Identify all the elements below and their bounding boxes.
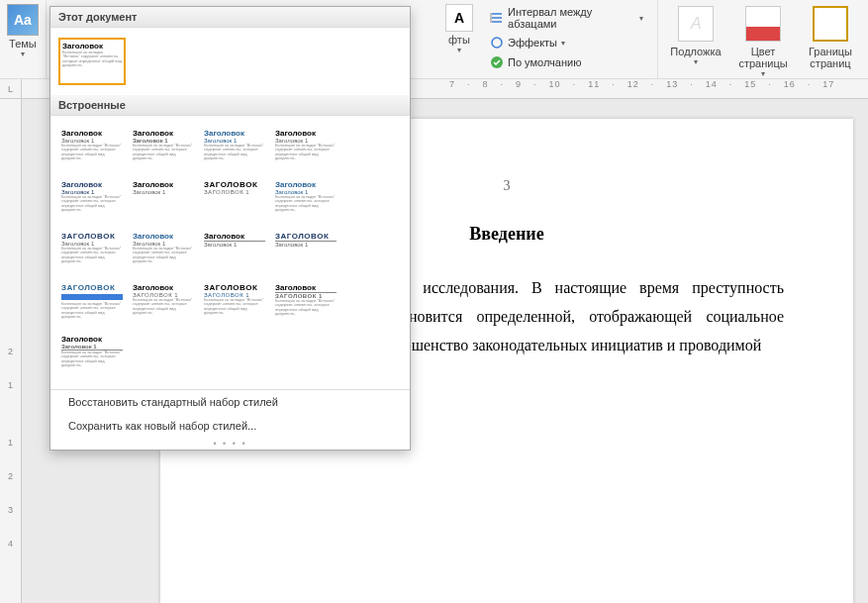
fonts-icon: A [445, 4, 473, 32]
set-default-button[interactable]: По умолчанию [486, 53, 647, 71]
save-as-new-style-set[interactable]: Сохранить как новый набор стилей... [50, 414, 410, 438]
chevron-down-icon: ▾ [21, 50, 25, 58]
page-background-group: Подложка ▾ Цвет страницы ▾ Границы стран… [657, 0, 868, 78]
themes-label: Темы [9, 38, 37, 50]
chevron-down-icon: ▾ [761, 69, 765, 78]
ruler-corner: L [0, 79, 22, 99]
style-thumb[interactable]: ЗаголовокЗаголовок 1Коллекция на вкладке… [130, 126, 197, 173]
fonts-label-suffix: фты [448, 34, 470, 46]
paragraph-spacing-button[interactable]: Интервал между абзацами ▾ [486, 4, 647, 32]
style-thumb[interactable]: ЗАГОЛОВОКЗаголовок 1 [272, 229, 339, 276]
resize-grip[interactable]: • • • • [50, 438, 410, 450]
spacing-icon [490, 11, 504, 25]
watermark-icon [678, 6, 714, 42]
builtin-style-grid: ЗаголовокЗаголовок 1Коллекция на вкладке… [54, 122, 406, 383]
chevron-down-icon: ▾ [694, 57, 698, 66]
style-thumb[interactable]: ЗаголовокЗаголовок 1 [130, 177, 197, 225]
style-thumb[interactable]: ЗАГОЛОВОККоллекция на вкладке "Вставка" … [58, 280, 126, 328]
effects-label: Эффекты [508, 37, 557, 49]
themes-group[interactable]: Aa Темы ▾ [0, 0, 47, 78]
style-thumb[interactable]: ЗаголовокЗаголовок 1Коллекция на вкладке… [130, 280, 197, 328]
effects-icon [490, 36, 504, 50]
dropdown-footer: Восстановить стандартный набор стилей Со… [50, 389, 410, 450]
page-borders-label: Границы страниц [803, 46, 858, 69]
chevron-down-icon: ▾ [457, 46, 461, 54]
style-thumb[interactable]: ЗаголовокЗаголовок 1Коллекция на вкладке… [58, 332, 126, 379]
page-borders-icon [813, 6, 848, 42]
vertical-ruler[interactable]: 211234 [0, 99, 22, 603]
style-thumb[interactable]: ЗаголовокЗаголовок 1Коллекция на вкладке… [58, 126, 126, 173]
page-borders-button[interactable]: Границы страниц [801, 4, 860, 80]
style-sets-dropdown: Этот документ Заголовок Коллекция на вкл… [49, 6, 411, 451]
style-thumb[interactable]: ЗАГОЛОВОКЗаголовок 1Коллекция на вкладке… [201, 280, 268, 328]
paragraph-options: Интервал между абзацами ▾ Эффекты ▾ По у… [476, 0, 657, 78]
fonts-button-partial[interactable]: A фты ▾ [442, 0, 476, 78]
watermark-label: Подложка [670, 46, 721, 57]
style-thumb[interactable]: ЗаголовокЗаголовок 1Коллекция на вкладке… [201, 126, 268, 173]
section-builtin: Встроенные [50, 95, 410, 116]
page-color-label: Цвет страницы [735, 46, 791, 69]
svg-point-0 [492, 38, 502, 48]
style-thumb[interactable]: ЗаголовокЗаголовок 1Коллекция на вкладке… [272, 177, 339, 225]
watermark-button[interactable]: Подложка ▾ [666, 4, 725, 80]
style-thumb[interactable]: ЗаголовокЗаголовок 1Коллекция на вкладке… [130, 229, 197, 276]
style-thumb[interactable]: ЗаголовокЗаголовок 1Коллекция на вкладке… [272, 280, 339, 328]
chevron-down-icon: ▾ [639, 14, 643, 23]
style-thumb[interactable]: ЗАГОЛОВОКЗаголовок 1 [201, 177, 268, 225]
spacing-label: Интервал между абзацами [508, 6, 635, 30]
ribbon-right: A фты ▾ Интервал между абзацами ▾ Эффект… [442, 0, 868, 78]
page-color-icon [745, 6, 781, 42]
page-color-button[interactable]: Цвет страницы ▾ [733, 4, 793, 80]
style-thumb[interactable]: ЗаголовокЗаголовок 1 [201, 229, 268, 276]
default-label: По умолчанию [508, 56, 581, 68]
themes-icon: Aa [7, 4, 39, 36]
chevron-down-icon: ▾ [561, 39, 565, 48]
effects-button[interactable]: Эффекты ▾ [486, 34, 647, 51]
style-thumb[interactable]: ЗАГОЛОВОКЗаголовок 1Коллекция на вкладке… [58, 229, 126, 276]
check-icon [490, 55, 504, 69]
style-thumb-current[interactable]: Заголовок Коллекция на вкладке "Вставка"… [58, 38, 126, 85]
style-thumb[interactable]: ЗаголовокЗаголовок 1Коллекция на вкладке… [58, 177, 126, 225]
style-thumb[interactable]: ЗаголовокЗаголовок 1Коллекция на вкладке… [272, 126, 339, 173]
restore-default-styles[interactable]: Восстановить стандартный набор стилей [50, 390, 410, 414]
section-this-document: Этот документ [50, 7, 410, 28]
